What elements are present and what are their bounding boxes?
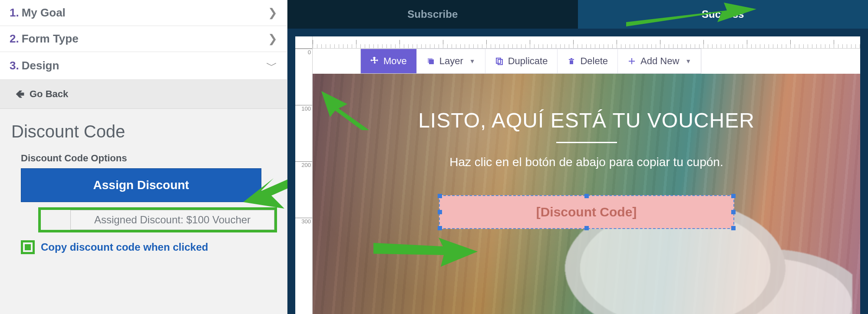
discount-panel: Discount Code Discount Code Options Assi… — [0, 109, 287, 314]
assigned-discount-text: Assigned Discount: $100 Voucher — [70, 210, 274, 230]
tab-success[interactable]: Success — [578, 0, 868, 29]
step-label: 3.Design — [10, 59, 59, 72]
resize-handle[interactable] — [731, 194, 736, 198]
popup-divider — [556, 142, 617, 143]
popup-subtitle[interactable]: Haz clic en el botón de abajo para copia… — [449, 155, 723, 169]
discount-code-placeholder: [Discount Code] — [536, 205, 637, 219]
chevron-right-icon: ❯ — [268, 32, 277, 46]
ruler-tick-label: 300 — [301, 218, 311, 225]
caret-down-icon: ▼ — [685, 58, 691, 65]
delete-label: Delete — [580, 56, 608, 67]
duplicate-label: Duplicate — [508, 56, 548, 67]
options-label: Discount Code Options — [21, 153, 276, 164]
chevron-down-icon: ﹀ — [266, 58, 277, 73]
assign-discount-button[interactable]: Assign Discount — [21, 168, 261, 202]
duplicate-icon — [495, 57, 504, 65]
resize-handle[interactable] — [584, 226, 589, 230]
layer-button[interactable]: Layer ▼ — [417, 49, 485, 73]
panel-title: Discount Code — [11, 122, 276, 141]
ruler-tick-label: 200 — [301, 162, 311, 168]
step-form-type[interactable]: 2.Form Type ❯ — [0, 26, 287, 52]
copy-when-clicked-row[interactable]: Copy discount code when clicked — [21, 240, 276, 254]
chevron-right-icon: ❯ — [268, 6, 277, 20]
duplicate-button[interactable]: Duplicate — [485, 49, 558, 73]
ruler-horizontal[interactable] — [313, 36, 860, 49]
go-back-label: Go Back — [30, 88, 68, 100]
ruler-tick-label: 100 — [301, 105, 311, 112]
step-design[interactable]: 3.Design ﹀ — [0, 52, 287, 80]
resize-handle[interactable] — [438, 226, 442, 230]
assigned-highlight: Assigned Discount: $100 Voucher — [38, 207, 277, 232]
plus-icon — [627, 57, 636, 65]
popup-preview[interactable]: LISTO, AQUÍ ESTÁ TU VOUCHER Haz clic en … — [313, 74, 860, 314]
move-label: Move — [383, 56, 407, 67]
element-toolbar: Move Layer ▼ — [360, 49, 701, 74]
caret-down-icon: ▼ — [469, 58, 475, 65]
popup-title[interactable]: LISTO, AQUÍ ESTÁ TU VOUCHER — [418, 108, 755, 132]
go-back-button[interactable]: 🡸 Go Back — [0, 80, 287, 109]
annotation-arrow-icon — [373, 230, 478, 269]
resize-handle[interactable] — [438, 194, 442, 198]
sidebar: 1.My Goal ❯ 2.Form Type ❯ 3.Design ﹀ 🡸 G… — [0, 0, 287, 314]
canvas[interactable]: Move Layer ▼ — [313, 49, 860, 314]
annotation-arrow-icon — [321, 91, 369, 130]
trash-icon — [567, 57, 576, 65]
resize-handle[interactable] — [731, 210, 736, 214]
ruler-tick-label: 0 — [308, 49, 311, 56]
copy-checkbox[interactable] — [21, 240, 35, 254]
layer-label: Layer — [439, 56, 463, 67]
arrow-left-icon: 🡸 — [16, 89, 24, 99]
step-label: 1.My Goal — [10, 6, 66, 20]
resize-handle[interactable] — [731, 226, 736, 230]
delete-button[interactable]: Delete — [558, 49, 618, 73]
ruler-vertical[interactable]: 0 100 200 300 — [295, 49, 313, 314]
editor: Subscribe Success 0 100 200 300 — [287, 0, 868, 314]
stage: 0 100 200 300 Move — [295, 36, 860, 314]
tab-subscribe[interactable]: Subscribe — [287, 0, 578, 29]
tabs: Subscribe Success — [287, 0, 868, 29]
ruler-corner — [295, 36, 313, 49]
resize-handle[interactable] — [438, 210, 442, 214]
copy-label: Copy discount code when clicked — [41, 241, 208, 253]
stage-wrap: 0 100 200 300 Move — [287, 29, 868, 314]
step-my-goal[interactable]: 1.My Goal ❯ — [0, 0, 287, 26]
move-icon — [370, 57, 379, 65]
svg-rect-1 — [429, 59, 434, 64]
add-new-button[interactable]: Add New ▼ — [618, 49, 701, 73]
step-label: 2.Form Type — [10, 32, 79, 46]
resize-handle[interactable] — [584, 194, 589, 198]
add-new-label: Add New — [640, 56, 679, 67]
layer-icon — [426, 57, 435, 65]
move-button[interactable]: Move — [361, 49, 417, 73]
discount-code-element[interactable]: [Discount Code] — [439, 195, 734, 229]
